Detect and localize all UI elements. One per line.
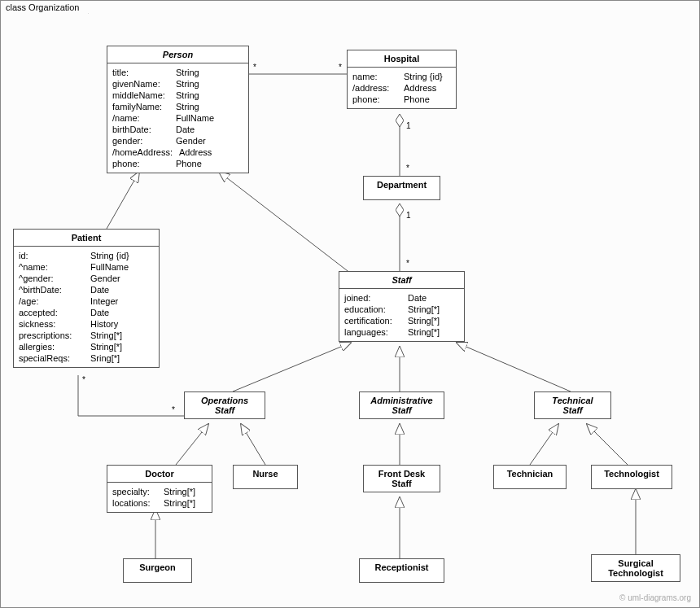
class-title: Staff (339, 272, 464, 289)
class-patient: Patient id:String {id} ^name:FullName ^g… (13, 229, 160, 368)
class-title: Technical Staff (535, 392, 610, 418)
class-hospital: Hospital name:String {id} /address:Addre… (347, 50, 457, 109)
svg-line-14 (587, 424, 628, 465)
class-title: Hospital (348, 50, 456, 68)
mult-label: * (406, 259, 409, 268)
class-staff: Staff joined:Date education:String[*] ce… (339, 271, 465, 342)
class-title: Patient (14, 230, 159, 247)
watermark: © uml-diagrams.org (619, 593, 691, 602)
class-doctor: Doctor specialty:String[*] locations:Str… (107, 465, 212, 513)
class-technical-staff: Technical Staff (534, 391, 611, 419)
class-front-desk-staff: Front Desk Staff (363, 465, 440, 492)
class-title: Doctor (107, 466, 212, 483)
class-title: Technologist (592, 466, 672, 482)
class-technologist: Technologist (591, 465, 672, 489)
class-department: Department (363, 176, 440, 200)
class-receptionist: Receptionist (359, 558, 444, 583)
class-person: Person title:String givenName:String mid… (107, 46, 249, 173)
class-title: Operations Staff (185, 392, 265, 418)
class-title: Front Desk Staff (364, 466, 440, 492)
frame-label: class Organization (0, 0, 89, 14)
class-administrative-staff: Administrative Staff (359, 391, 444, 419)
class-body: name:String {id} /address:Address phone:… (348, 68, 456, 108)
class-nurse: Nurse (233, 465, 298, 489)
class-title: Department (364, 177, 440, 193)
class-body: joined:Date education:String[*] certific… (339, 289, 464, 341)
class-body: id:String {id} ^name:FullName ^gender:Ge… (14, 247, 159, 367)
svg-line-13 (530, 424, 558, 465)
class-title: Surgical Technologist (592, 555, 680, 581)
class-surgeon: Surgeon (123, 558, 192, 583)
class-surgical-technologist: Surgical Technologist (591, 554, 680, 582)
diagram-frame: class Organization (0, 0, 700, 608)
class-body: title:String givenName:String middleName… (107, 63, 248, 173)
mult-label: 1 (406, 211, 411, 220)
svg-line-7 (457, 343, 571, 391)
svg-line-4 (219, 172, 351, 273)
mult-label: * (82, 375, 85, 384)
mult-label: * (253, 63, 256, 72)
svg-line-8 (176, 424, 208, 465)
mult-label: * (172, 405, 175, 414)
class-title: Surgeon (124, 559, 191, 575)
svg-line-3 (107, 172, 139, 229)
frame-label-text: class Organization (6, 2, 80, 12)
mult-label: * (339, 63, 342, 72)
class-title: Person (107, 46, 248, 63)
class-technician: Technician (493, 465, 567, 489)
svg-line-9 (241, 424, 265, 465)
class-body: specialty:String[*] locations:String[*] (107, 483, 212, 512)
class-operations-staff: Operations Staff (184, 391, 265, 419)
mult-label: 1 (406, 121, 411, 130)
class-title: Receptionist (360, 559, 444, 575)
svg-line-5 (233, 343, 351, 391)
class-title: Nurse (234, 466, 297, 482)
class-title: Technician (494, 466, 566, 482)
mult-label: * (406, 164, 409, 173)
class-title: Administrative Staff (360, 392, 444, 418)
